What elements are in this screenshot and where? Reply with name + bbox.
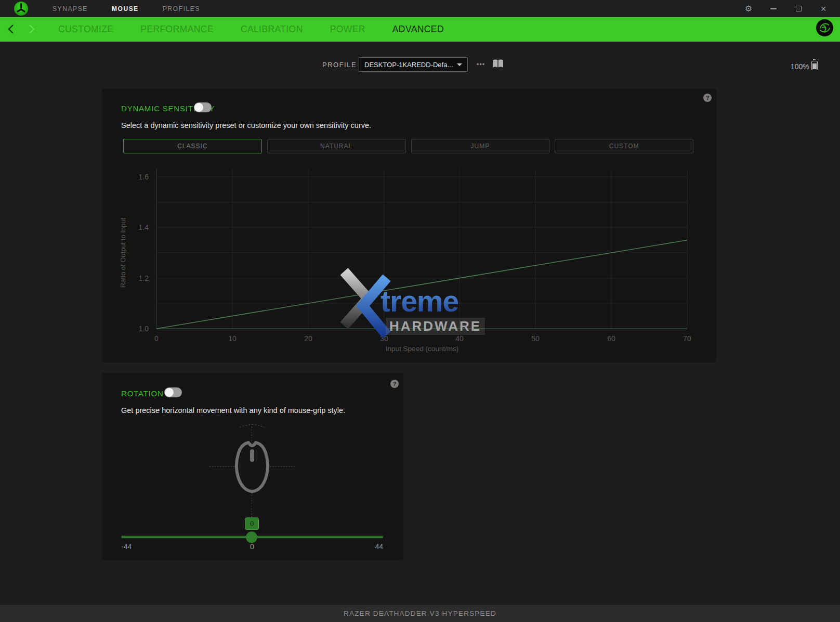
razer-logo-icon[interactable] [14, 2, 28, 16]
rotation-toggle[interactable] [164, 387, 182, 397]
maximize-button[interactable] [786, 0, 811, 17]
window-controls: ⚙ ✕ [736, 0, 836, 17]
rotation-panel: ? ROTATION Get precise horizontal moveme… [102, 373, 403, 560]
x-tick: 20 [298, 334, 319, 343]
slider-center-label: 0 [246, 542, 258, 551]
settings-button[interactable]: ⚙ [736, 0, 761, 17]
y-tick: 1.0 [131, 325, 149, 333]
battery-icon [811, 61, 818, 70]
rotation-value-badge: 0 [245, 517, 259, 530]
tab-profiles[interactable]: PROFILES [163, 5, 200, 12]
profile-dropdown-value: DESKTOP-1KAREDD-Defa... [364, 61, 453, 69]
battery-percent: 100% [791, 62, 809, 71]
tab-synapse[interactable]: SYNAPSE [52, 5, 88, 12]
titlebar: SYNAPSE MOUSE PROFILES ⚙ ✕ [0, 0, 840, 17]
device-status-bar: RAZER DEATHADDER V3 HYPERSPEED [0, 605, 840, 622]
slider-min-label: -44 [121, 542, 132, 551]
x-tick: 50 [525, 334, 546, 343]
maximize-icon [796, 6, 802, 11]
minimize-icon [770, 8, 777, 9]
tab-mouse[interactable]: MOUSE [112, 5, 139, 12]
rotation-slider-thumb[interactable] [246, 532, 257, 543]
app-tabs: SYNAPSE MOUSE PROFILES [52, 0, 200, 17]
rotation-arc-guide [239, 422, 266, 429]
sensitivity-curve [156, 240, 687, 329]
profile-dropdown[interactable]: DESKTOP-1KAREDD-Defa... [359, 57, 468, 72]
chevron-down-icon [457, 63, 462, 66]
scroll-wheel-icon [250, 449, 254, 462]
minimize-button[interactable] [761, 0, 786, 17]
tab-calibration[interactable]: CALIBRATION [241, 24, 303, 35]
help-icon[interactable]: ? [390, 380, 399, 388]
device-avatar-icon[interactable] [816, 19, 833, 36]
more-options-button[interactable]: ••• [472, 59, 490, 70]
y-tick: 1.6 [131, 173, 149, 181]
mouse-top-view-icon [233, 437, 271, 496]
close-icon: ✕ [820, 5, 826, 12]
x-tick: 40 [449, 334, 470, 343]
nav-forward-button[interactable] [24, 22, 38, 36]
device-name: RAZER DEATHADDER V3 HYPERSPEED [344, 610, 496, 617]
x-tick: 70 [677, 334, 698, 343]
dynamic-sensitivity-panel: ? DYNAMIC SENSITIVITY Select a dynamic s… [102, 88, 716, 362]
sensitivity-chart [102, 88, 716, 362]
library-book-button[interactable] [492, 58, 504, 70]
slider-max-label: 44 [373, 542, 383, 551]
profile-label: PROFILE [322, 61, 357, 69]
mouse-section-tabs: CUSTOMIZE PERFORMANCE CALIBRATION POWER … [58, 17, 444, 42]
tab-customize[interactable]: CUSTOMIZE [58, 24, 113, 35]
close-button[interactable]: ✕ [811, 0, 836, 17]
x-tick: 60 [601, 334, 622, 343]
device-navbar: CUSTOMIZE PERFORMANCE CALIBRATION POWER … [0, 17, 840, 42]
rotation-description: Get precise horizontal movement with any… [121, 406, 345, 414]
y-tick: 1.2 [131, 274, 149, 282]
rotation-title: ROTATION [121, 389, 164, 398]
y-tick: 1.4 [131, 223, 149, 231]
nav-back-button[interactable] [4, 22, 19, 36]
x-tick: 0 [146, 334, 167, 343]
y-axis-title: Ratio of Output to Input [119, 218, 127, 288]
x-tick: 30 [374, 334, 395, 343]
tab-power[interactable]: POWER [330, 24, 365, 35]
x-axis-title: Input Speed (count/ms) [370, 345, 474, 353]
tab-advanced[interactable]: ADVANCED [392, 24, 444, 35]
gear-icon: ⚙ [745, 5, 752, 13]
x-tick: 10 [222, 334, 243, 343]
tab-performance[interactable]: PERFORMANCE [140, 24, 214, 35]
